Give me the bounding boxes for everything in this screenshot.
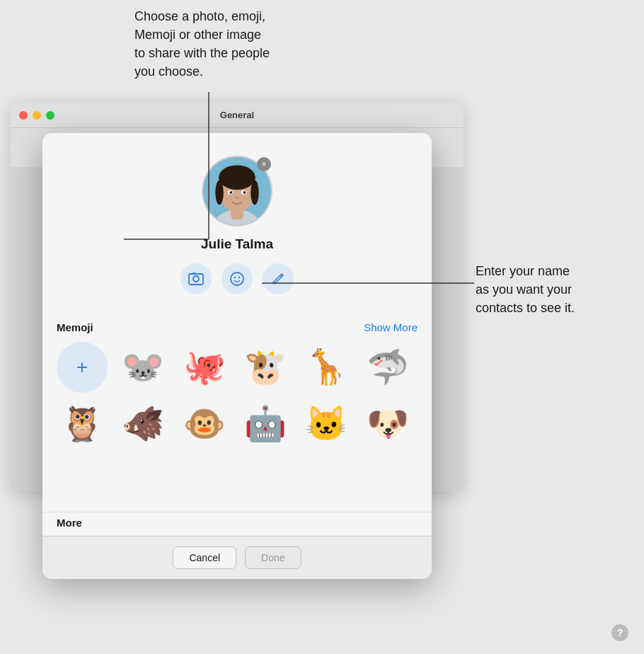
list-item[interactable]: 🐶 [362,398,413,449]
svg-point-16 [231,272,243,285]
svg-point-18 [238,277,240,278]
svg-point-6 [215,180,224,205]
photo-icon [188,270,205,287]
emoji-grid-row1: + 🐭 🐙 🐮 🦒 🦈 🦉 🐗 🐵 🤖 🐱 🐶 [57,342,418,449]
plus-icon: + [76,356,88,379]
more-section-title: More [42,512,432,536]
svg-point-11 [243,191,246,194]
modal-content: × Julie Talma [42,133,432,536]
avatar-remove-button[interactable]: × [257,157,271,171]
profile-modal: × Julie Talma [42,133,432,579]
help-button[interactable]: ? [611,624,628,641]
traffic-lights [19,111,54,120]
memoji-title: Memoji [57,321,93,333]
svg-point-10 [229,191,232,194]
memoji-section: Memoji Show More + 🐭 🐙 🐮 🦒 🦈 🦉 🐗 🐵 🤖 [42,313,432,512]
minimize-button[interactable] [33,111,41,120]
list-item[interactable]: 🐱 [301,398,352,449]
list-item[interactable]: 🤖 [240,398,291,449]
profile-section: × Julie Talma [42,133,432,313]
edit-icon [270,271,286,287]
list-item[interactable]: 🐗 [117,398,168,449]
svg-point-5 [219,166,255,190]
done-button[interactable]: Done [245,546,301,569]
window-title: General [220,110,254,120]
window-titlebar: General [11,103,464,128]
show-more-link[interactable]: Show More [364,321,418,333]
callout-top-text: Choose a photo, emoji, Memoji or other i… [134,7,304,81]
callout-right-text: Enter your name as you want your contact… [476,262,624,317]
maximize-button[interactable] [46,111,54,120]
user-name: Julie Talma [201,236,273,252]
list-item[interactable]: 🐵 [179,398,230,449]
list-item[interactable]: 🐮 [240,342,291,393]
svg-rect-15 [192,272,195,275]
add-memoji-button[interactable]: + [57,342,108,393]
svg-point-17 [234,277,236,278]
avatar-wrapper: × [202,156,272,226]
svg-point-12 [236,197,239,200]
list-item[interactable]: 🐙 [179,342,230,393]
list-item[interactable]: 🦒 [301,342,352,393]
list-item[interactable]: 🦈 [362,342,413,393]
modal-footer: Cancel Done [42,536,432,579]
cancel-button[interactable]: Cancel [173,546,236,569]
emoji-button[interactable] [222,263,253,294]
list-item[interactable]: 🐭 [117,342,168,393]
action-buttons [180,263,294,294]
close-button[interactable] [19,111,28,120]
list-item[interactable]: 🦉 [57,398,108,449]
photo-button[interactable] [180,263,212,294]
svg-point-14 [193,276,199,282]
emoji-icon [229,270,246,287]
edit-button[interactable] [263,263,294,294]
svg-point-7 [251,180,259,205]
section-header: Memoji Show More [57,321,418,333]
